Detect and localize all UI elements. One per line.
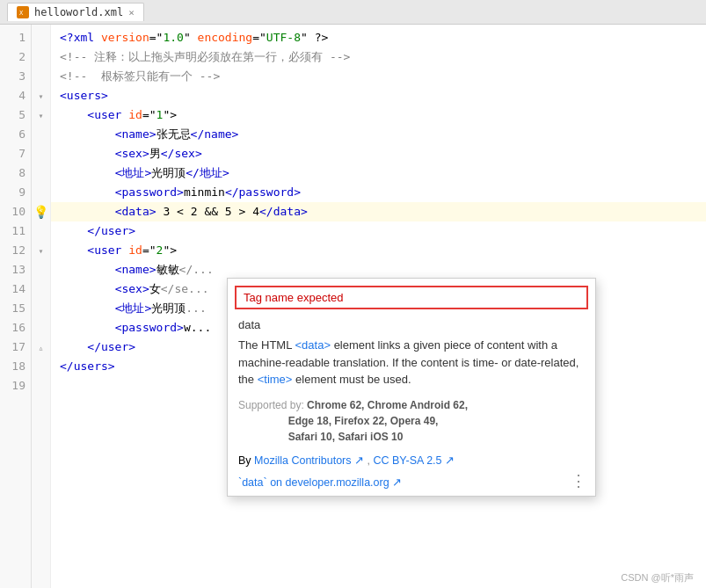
file-tab[interactable]: X helloworld.xml ×: [7, 3, 144, 21]
tooltip-error-label: Tag name expected: [244, 291, 343, 304]
warning-icon-10: 💡: [33, 205, 48, 219]
tab-filename: helloworld.xml: [34, 6, 123, 18]
supported-label: Supported by:: [238, 399, 307, 411]
tooltip-footer: By Mozilla Contributors ↗ , CC BY-SA 2.5…: [228, 450, 595, 474]
code-line-4: <users>: [51, 86, 706, 105]
tooltip-error-box: Tag name expected: [235, 286, 588, 309]
code-line-3: <!-- 根标签只能有一个 -->: [51, 67, 706, 86]
mdn-contributors-link[interactable]: Mozilla Contributors ↗: [254, 454, 364, 467]
tooltip-description: The HTML <data> element links a given pi…: [228, 335, 595, 396]
watermark: CSDN @听*雨声: [621, 571, 694, 584]
code-line-11: </user>: [51, 221, 706, 241]
code-line-7: <sex>男</sex>: [51, 144, 706, 163]
dots-icon: ⋮: [571, 472, 586, 490]
tooltip-devmoz-link[interactable]: `data` on developer.mozilla.org ↗: [228, 474, 595, 496]
license-link[interactable]: CC BY-SA 2.5 ↗: [373, 454, 455, 467]
code-line-12: <user id="2">: [51, 241, 706, 260]
tooltip-supported: Supported by: Chrome 62, Chrome Android …: [228, 396, 595, 450]
devmoz-link-text[interactable]: `data` on developer.mozilla.org ↗: [238, 476, 402, 489]
code-line-6: <name>张无忌</name>: [51, 125, 706, 144]
code-line-13: <name>敏敏</...: [51, 260, 706, 279]
tab-close-button[interactable]: ×: [128, 7, 135, 18]
code-line-5: <user id="1">: [51, 105, 706, 125]
fold-arrow-4[interactable]: ▾: [38, 91, 43, 101]
line-numbers: 1234 5678 9101112 13141516 171819: [0, 25, 32, 588]
fold-arrow-17[interactable]: ▵: [38, 343, 43, 352]
title-bar: X helloworld.xml ×: [0, 0, 706, 25]
fold-arrow-12[interactable]: ▾: [38, 246, 43, 256]
code-line-9: <password>minmin</password>: [51, 183, 706, 202]
tooltip-tag-name: data: [228, 315, 595, 335]
code-area: 1234 5678 9101112 13141516 171819 ▾ ▾ 💡 …: [0, 25, 706, 588]
code-line-10: <data> 3 < 2 && 5 > 4</data>: [51, 202, 706, 221]
tooltip-more-options[interactable]: ⋮: [571, 471, 586, 490]
code-line-1: <?xml version="1.0" encoding="UTF-8" ?>: [51, 28, 706, 47]
code-line-2: <!-- 注释：以上拖头声明必须放在第一行，必须有 -->: [51, 47, 706, 67]
code-line-8: <地址>光明顶</地址>: [51, 163, 706, 183]
editor-area: 1234 5678 9101112 13141516 171819 ▾ ▾ 💡 …: [0, 25, 706, 588]
xml-file-icon: X: [17, 6, 29, 18]
fold-arrow-5[interactable]: ▾: [38, 111, 43, 120]
gutter: ▾ ▾ 💡 ▾ ▵: [32, 25, 51, 588]
tooltip-popup: Tag name expected data The HTML <data> e…: [227, 278, 596, 497]
